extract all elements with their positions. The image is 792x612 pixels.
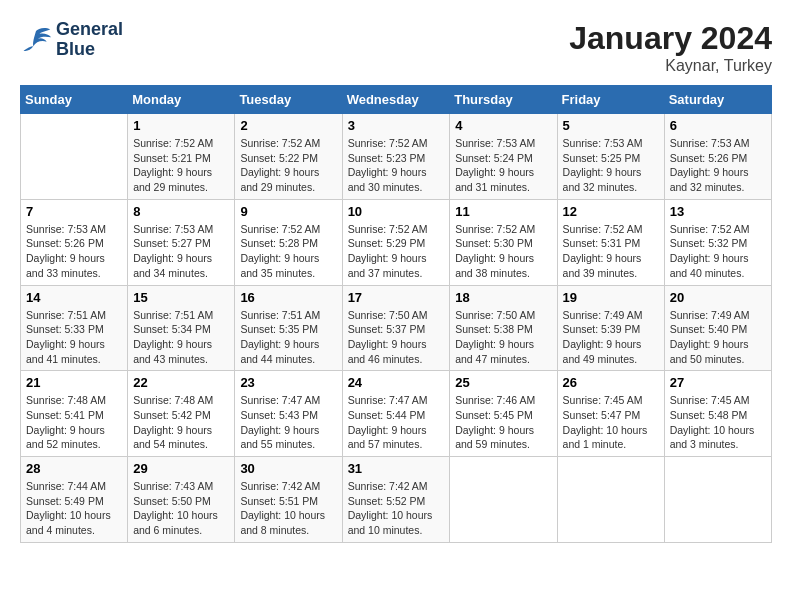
day-info: Sunrise: 7:43 AM Sunset: 5:50 PM Dayligh… <box>133 479 229 538</box>
weekday-header-monday: Monday <box>128 86 235 114</box>
calendar-cell: 3Sunrise: 7:52 AM Sunset: 5:23 PM Daylig… <box>342 114 450 200</box>
calendar-cell <box>21 114 128 200</box>
day-info: Sunrise: 7:46 AM Sunset: 5:45 PM Dayligh… <box>455 393 551 452</box>
calendar-cell: 20Sunrise: 7:49 AM Sunset: 5:40 PM Dayli… <box>664 285 771 371</box>
calendar-cell: 15Sunrise: 7:51 AM Sunset: 5:34 PM Dayli… <box>128 285 235 371</box>
calendar-cell: 8Sunrise: 7:53 AM Sunset: 5:27 PM Daylig… <box>128 199 235 285</box>
day-number: 27 <box>670 375 766 390</box>
calendar-cell: 16Sunrise: 7:51 AM Sunset: 5:35 PM Dayli… <box>235 285 342 371</box>
calendar-cell: 6Sunrise: 7:53 AM Sunset: 5:26 PM Daylig… <box>664 114 771 200</box>
calendar-week-row: 1Sunrise: 7:52 AM Sunset: 5:21 PM Daylig… <box>21 114 772 200</box>
day-info: Sunrise: 7:53 AM Sunset: 5:24 PM Dayligh… <box>455 136 551 195</box>
day-info: Sunrise: 7:52 AM Sunset: 5:22 PM Dayligh… <box>240 136 336 195</box>
day-number: 12 <box>563 204 659 219</box>
day-info: Sunrise: 7:45 AM Sunset: 5:48 PM Dayligh… <box>670 393 766 452</box>
weekday-header-thursday: Thursday <box>450 86 557 114</box>
day-number: 26 <box>563 375 659 390</box>
day-info: Sunrise: 7:49 AM Sunset: 5:40 PM Dayligh… <box>670 308 766 367</box>
day-number: 23 <box>240 375 336 390</box>
weekday-header-tuesday: Tuesday <box>235 86 342 114</box>
day-number: 22 <box>133 375 229 390</box>
day-number: 9 <box>240 204 336 219</box>
day-info: Sunrise: 7:45 AM Sunset: 5:47 PM Dayligh… <box>563 393 659 452</box>
day-number: 21 <box>26 375 122 390</box>
day-number: 19 <box>563 290 659 305</box>
calendar-cell: 2Sunrise: 7:52 AM Sunset: 5:22 PM Daylig… <box>235 114 342 200</box>
day-info: Sunrise: 7:52 AM Sunset: 5:28 PM Dayligh… <box>240 222 336 281</box>
calendar-week-row: 14Sunrise: 7:51 AM Sunset: 5:33 PM Dayli… <box>21 285 772 371</box>
day-info: Sunrise: 7:42 AM Sunset: 5:52 PM Dayligh… <box>348 479 445 538</box>
day-number: 4 <box>455 118 551 133</box>
calendar-cell: 10Sunrise: 7:52 AM Sunset: 5:29 PM Dayli… <box>342 199 450 285</box>
day-number: 29 <box>133 461 229 476</box>
day-info: Sunrise: 7:42 AM Sunset: 5:51 PM Dayligh… <box>240 479 336 538</box>
day-info: Sunrise: 7:44 AM Sunset: 5:49 PM Dayligh… <box>26 479 122 538</box>
calendar-cell: 19Sunrise: 7:49 AM Sunset: 5:39 PM Dayli… <box>557 285 664 371</box>
calendar-cell: 7Sunrise: 7:53 AM Sunset: 5:26 PM Daylig… <box>21 199 128 285</box>
calendar-cell <box>664 457 771 543</box>
calendar-cell: 14Sunrise: 7:51 AM Sunset: 5:33 PM Dayli… <box>21 285 128 371</box>
day-info: Sunrise: 7:52 AM Sunset: 5:31 PM Dayligh… <box>563 222 659 281</box>
day-info: Sunrise: 7:52 AM Sunset: 5:23 PM Dayligh… <box>348 136 445 195</box>
calendar-cell: 25Sunrise: 7:46 AM Sunset: 5:45 PM Dayli… <box>450 371 557 457</box>
weekday-header-wednesday: Wednesday <box>342 86 450 114</box>
calendar-cell <box>450 457 557 543</box>
day-number: 16 <box>240 290 336 305</box>
calendar-cell: 22Sunrise: 7:48 AM Sunset: 5:42 PM Dayli… <box>128 371 235 457</box>
month-title: January 2024 <box>569 20 772 57</box>
weekday-header-sunday: Sunday <box>21 86 128 114</box>
day-number: 7 <box>26 204 122 219</box>
calendar-cell: 30Sunrise: 7:42 AM Sunset: 5:51 PM Dayli… <box>235 457 342 543</box>
calendar-cell: 18Sunrise: 7:50 AM Sunset: 5:38 PM Dayli… <box>450 285 557 371</box>
calendar-cell: 29Sunrise: 7:43 AM Sunset: 5:50 PM Dayli… <box>128 457 235 543</box>
day-number: 1 <box>133 118 229 133</box>
calendar-cell: 28Sunrise: 7:44 AM Sunset: 5:49 PM Dayli… <box>21 457 128 543</box>
day-info: Sunrise: 7:52 AM Sunset: 5:29 PM Dayligh… <box>348 222 445 281</box>
day-number: 28 <box>26 461 122 476</box>
day-number: 15 <box>133 290 229 305</box>
calendar-cell <box>557 457 664 543</box>
logo: General Blue <box>20 20 123 60</box>
weekday-header-row: SundayMondayTuesdayWednesdayThursdayFrid… <box>21 86 772 114</box>
day-number: 20 <box>670 290 766 305</box>
day-info: Sunrise: 7:48 AM Sunset: 5:42 PM Dayligh… <box>133 393 229 452</box>
calendar-cell: 9Sunrise: 7:52 AM Sunset: 5:28 PM Daylig… <box>235 199 342 285</box>
calendar-cell: 27Sunrise: 7:45 AM Sunset: 5:48 PM Dayli… <box>664 371 771 457</box>
location-title: Kaynar, Turkey <box>569 57 772 75</box>
day-number: 17 <box>348 290 445 305</box>
day-info: Sunrise: 7:47 AM Sunset: 5:44 PM Dayligh… <box>348 393 445 452</box>
calendar-cell: 21Sunrise: 7:48 AM Sunset: 5:41 PM Dayli… <box>21 371 128 457</box>
day-info: Sunrise: 7:52 AM Sunset: 5:30 PM Dayligh… <box>455 222 551 281</box>
day-info: Sunrise: 7:51 AM Sunset: 5:33 PM Dayligh… <box>26 308 122 367</box>
page-header: General Blue January 2024 Kaynar, Turkey <box>20 20 772 75</box>
day-info: Sunrise: 7:51 AM Sunset: 5:34 PM Dayligh… <box>133 308 229 367</box>
day-info: Sunrise: 7:47 AM Sunset: 5:43 PM Dayligh… <box>240 393 336 452</box>
day-number: 6 <box>670 118 766 133</box>
calendar-cell: 1Sunrise: 7:52 AM Sunset: 5:21 PM Daylig… <box>128 114 235 200</box>
day-info: Sunrise: 7:53 AM Sunset: 5:26 PM Dayligh… <box>670 136 766 195</box>
calendar-cell: 5Sunrise: 7:53 AM Sunset: 5:25 PM Daylig… <box>557 114 664 200</box>
day-info: Sunrise: 7:52 AM Sunset: 5:21 PM Dayligh… <box>133 136 229 195</box>
calendar-cell: 23Sunrise: 7:47 AM Sunset: 5:43 PM Dayli… <box>235 371 342 457</box>
calendar-cell: 13Sunrise: 7:52 AM Sunset: 5:32 PM Dayli… <box>664 199 771 285</box>
logo-text: General Blue <box>56 20 123 60</box>
day-number: 25 <box>455 375 551 390</box>
day-number: 13 <box>670 204 766 219</box>
day-info: Sunrise: 7:49 AM Sunset: 5:39 PM Dayligh… <box>563 308 659 367</box>
calendar-week-row: 7Sunrise: 7:53 AM Sunset: 5:26 PM Daylig… <box>21 199 772 285</box>
title-block: January 2024 Kaynar, Turkey <box>569 20 772 75</box>
calendar-cell: 31Sunrise: 7:42 AM Sunset: 5:52 PM Dayli… <box>342 457 450 543</box>
calendar-cell: 24Sunrise: 7:47 AM Sunset: 5:44 PM Dayli… <box>342 371 450 457</box>
calendar-table: SundayMondayTuesdayWednesdayThursdayFrid… <box>20 85 772 543</box>
day-number: 30 <box>240 461 336 476</box>
day-number: 5 <box>563 118 659 133</box>
day-info: Sunrise: 7:53 AM Sunset: 5:27 PM Dayligh… <box>133 222 229 281</box>
day-info: Sunrise: 7:51 AM Sunset: 5:35 PM Dayligh… <box>240 308 336 367</box>
day-number: 11 <box>455 204 551 219</box>
day-number: 14 <box>26 290 122 305</box>
calendar-cell: 4Sunrise: 7:53 AM Sunset: 5:24 PM Daylig… <box>450 114 557 200</box>
calendar-cell: 11Sunrise: 7:52 AM Sunset: 5:30 PM Dayli… <box>450 199 557 285</box>
calendar-cell: 17Sunrise: 7:50 AM Sunset: 5:37 PM Dayli… <box>342 285 450 371</box>
day-info: Sunrise: 7:48 AM Sunset: 5:41 PM Dayligh… <box>26 393 122 452</box>
day-number: 18 <box>455 290 551 305</box>
